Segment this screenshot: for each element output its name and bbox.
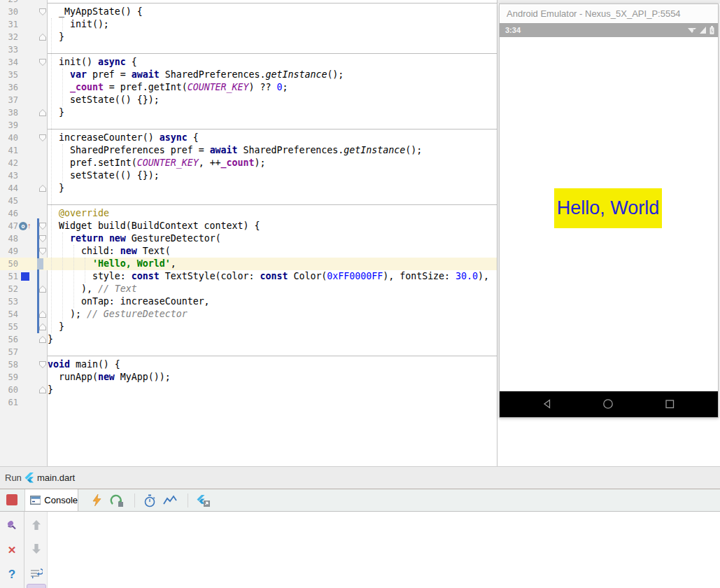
line-number[interactable]: 38 <box>0 106 18 119</box>
code-line[interactable]: 58void main() { <box>0 358 497 371</box>
code-line[interactable]: 49 child: new Text( <box>0 245 497 258</box>
code-line[interactable]: 52 ), // Text <box>0 283 497 295</box>
code-line[interactable]: 30 _MyAppState() { <box>0 6 497 18</box>
home-button-icon[interactable] <box>602 398 614 410</box>
fold-marker[interactable] <box>39 59 46 66</box>
pin-tab-button[interactable] <box>4 518 20 533</box>
fold-marker[interactable] <box>39 361 46 368</box>
code-line[interactable]: 60} <box>0 384 497 396</box>
line-number[interactable]: 55 <box>0 321 18 333</box>
close-button[interactable]: ✕ <box>4 542 20 558</box>
tab-console[interactable]: Console <box>25 489 78 511</box>
code-line[interactable]: 55 } <box>0 321 497 333</box>
line-number[interactable]: 53 <box>0 295 18 308</box>
code-line[interactable]: 59 runApp(new MyApp()); <box>0 371 497 384</box>
code-line[interactable]: 61 <box>0 396 497 409</box>
line-number[interactable]: 33 <box>0 43 18 56</box>
code-line[interactable]: 32 } <box>0 31 497 43</box>
code-line[interactable]: 44 } <box>0 182 497 195</box>
code-line[interactable]: 33 <box>0 43 497 56</box>
code-line[interactable]: 56} <box>0 333 497 346</box>
line-number[interactable]: 47 <box>0 220 18 232</box>
line-number[interactable]: 54 <box>0 308 18 321</box>
next-occurrence-button[interactable] <box>29 541 44 556</box>
line-number[interactable]: 45 <box>0 195 18 207</box>
soft-wrap-button[interactable] <box>29 566 44 581</box>
code-line[interactable]: 57 <box>0 346 497 358</box>
line-number[interactable]: 52 <box>0 283 18 295</box>
code-line[interactable]: 45 <box>0 195 497 207</box>
timeline-button[interactable] <box>142 493 157 508</box>
code-line[interactable]: 36 _count = pref.getInt(COUNTER_KEY) ?? … <box>0 81 497 94</box>
performance-button[interactable] <box>162 493 178 508</box>
line-number[interactable]: 50 <box>0 258 18 270</box>
code-line[interactable]: 54 ); // GestureDetector <box>0 308 497 321</box>
line-number[interactable]: 34 <box>0 56 18 69</box>
line-number[interactable]: 35 <box>0 69 18 81</box>
emulator-title-bar[interactable]: Android Emulator - Nexus_5X_API_P:5554 <box>500 4 718 23</box>
code-line[interactable]: 39 <box>0 119 497 132</box>
line-number[interactable]: 41 <box>0 144 18 157</box>
line-number[interactable]: 43 <box>0 169 18 182</box>
code-line[interactable]: 43 setState(() {}); <box>0 169 497 182</box>
line-number[interactable]: 58 <box>0 358 18 371</box>
line-number[interactable]: 44 <box>0 182 18 195</box>
line-number[interactable]: 49 <box>0 245 18 258</box>
code-line[interactable]: 53 onTap: increaseCounter, <box>0 295 497 308</box>
back-button-icon[interactable] <box>541 398 553 410</box>
line-number[interactable]: 59 <box>0 371 18 384</box>
line-number[interactable]: 51 <box>0 270 18 283</box>
fold-marker[interactable] <box>39 336 46 343</box>
fold-marker[interactable] <box>39 235 46 242</box>
code-line[interactable]: 51 style: const TextStyle(color: const C… <box>0 270 497 283</box>
code-line[interactable]: 31 init(); <box>0 18 497 31</box>
code-line[interactable]: 38 } <box>0 106 497 119</box>
stop-icon[interactable] <box>6 494 17 505</box>
recents-button-icon[interactable] <box>663 398 676 410</box>
line-number[interactable]: 39 <box>0 119 18 132</box>
fold-marker[interactable] <box>39 109 46 116</box>
line-number[interactable]: 32 <box>0 31 18 43</box>
line-number[interactable]: 56 <box>0 333 18 346</box>
fold-marker[interactable] <box>39 248 46 255</box>
fold-marker[interactable] <box>39 8 46 15</box>
hello-world-gesture-area[interactable]: Hello, World <box>554 188 662 228</box>
toolbar-button-partial[interactable] <box>27 584 46 588</box>
line-number[interactable]: 30 <box>0 6 18 18</box>
hot-restart-button[interactable] <box>109 493 125 508</box>
code-line[interactable]: 34 init() async { <box>0 56 497 69</box>
line-number[interactable]: 29 <box>0 0 18 6</box>
fold-marker[interactable] <box>39 386 46 393</box>
code-line[interactable]: 41 SharedPreferences pref = await Shared… <box>0 144 497 157</box>
run-config-tab[interactable]: main.dart <box>37 467 75 489</box>
fold-marker[interactable] <box>39 223 46 230</box>
fold-marker[interactable] <box>39 34 46 41</box>
code-line[interactable]: 47o↑ Widget build(BuildContext context) … <box>0 220 497 232</box>
hot-reload-button[interactable] <box>90 493 105 508</box>
fold-marker[interactable] <box>39 134 46 141</box>
fold-marker[interactable] <box>39 286 46 293</box>
line-number[interactable]: 57 <box>0 346 18 358</box>
code-line[interactable]: 40 increaseCounter() async { <box>0 132 497 144</box>
fold-marker[interactable] <box>39 311 46 318</box>
line-number[interactable]: 61 <box>0 396 18 409</box>
line-number[interactable]: 31 <box>0 18 18 31</box>
help-button[interactable]: ? <box>4 567 20 582</box>
fold-marker[interactable] <box>39 185 46 192</box>
line-number[interactable]: 40 <box>0 132 18 144</box>
prev-occurrence-button[interactable] <box>29 517 44 533</box>
bookmark-icon[interactable] <box>21 272 29 281</box>
code-line[interactable]: 35 var pref = await SharedPreferences.ge… <box>0 69 497 81</box>
line-number[interactable]: 46 <box>0 207 18 220</box>
code-line[interactable]: 46 @override <box>0 207 497 220</box>
code-line[interactable]: 42 pref.setInt(COUNTER_KEY, ++_count); <box>0 157 497 169</box>
line-number[interactable]: 60 <box>0 384 18 396</box>
console-output-area[interactable]: ✕ ? <box>0 512 720 588</box>
open-devtools-button[interactable] <box>195 493 211 508</box>
code-line[interactable]: 37 setState(() {}); <box>0 94 497 106</box>
line-number[interactable]: 48 <box>0 232 18 245</box>
code-line[interactable]: 48 return new GestureDetector( <box>0 232 497 245</box>
fold-marker[interactable] <box>39 323 46 330</box>
line-number[interactable]: 36 <box>0 81 18 94</box>
code-editor[interactable]: 2930 _MyAppState() {31 init();32 }3334 i… <box>0 0 497 466</box>
